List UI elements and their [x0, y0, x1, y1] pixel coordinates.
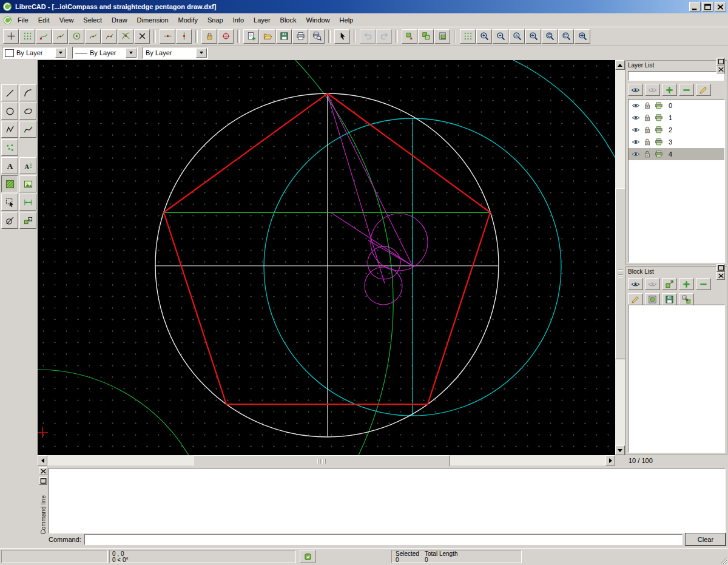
- layer-print-toggle[interactable]: [654, 125, 664, 135]
- layer-visibility-toggle[interactable]: [631, 101, 641, 110]
- maximize-button[interactable]: [702, 2, 713, 12]
- block-tool[interactable]: [19, 212, 36, 229]
- layer-print-toggle[interactable]: [654, 149, 664, 159]
- show-all-blocks-button[interactable]: [628, 278, 643, 290]
- menu-modify[interactable]: Modify: [174, 15, 203, 26]
- horizontal-scroll-thumb[interactable]: [193, 455, 450, 467]
- layer-row-4[interactable]: 4: [629, 148, 724, 160]
- menu-select[interactable]: Select: [78, 15, 107, 26]
- print-button[interactable]: [292, 29, 308, 44]
- save-block-button[interactable]: [662, 293, 677, 305]
- close-layer-panel-button[interactable]: [716, 66, 725, 73]
- new-file-button[interactable]: [243, 29, 259, 44]
- close-command-panel-button[interactable]: [39, 467, 47, 475]
- ellipse-tool[interactable]: [19, 103, 36, 120]
- zoom-redraw-button[interactable]: [542, 29, 558, 44]
- restrict-horizontal-button[interactable]: [160, 29, 175, 44]
- lock-relative-zero-button[interactable]: [201, 29, 217, 44]
- hide-all-blocks-button[interactable]: [645, 278, 660, 290]
- zoom-pan-button[interactable]: [575, 29, 590, 44]
- layer-print-toggle[interactable]: [654, 101, 664, 110]
- zoom-window-button[interactable]: [558, 29, 574, 44]
- mtext-tool[interactable]: A: [19, 157, 36, 174]
- undo-button[interactable]: [360, 29, 376, 44]
- command-history[interactable]: [49, 468, 726, 533]
- rename-block-button[interactable]: [628, 293, 643, 305]
- set-relative-zero-button[interactable]: [218, 29, 234, 44]
- text-tool[interactable]: A: [1, 157, 18, 174]
- layer-lock-toggle[interactable]: [642, 137, 652, 147]
- menu-file[interactable]: File: [13, 15, 33, 26]
- snap-free-button[interactable]: [3, 29, 19, 44]
- modify-tool[interactable]: [1, 212, 18, 229]
- window-resize-grip[interactable]: [719, 556, 727, 564]
- layer-visibility-toggle[interactable]: [631, 113, 641, 123]
- print-preview-button[interactable]: [309, 29, 325, 44]
- snap-endpoint-button[interactable]: [36, 29, 52, 44]
- combo-dropdown-icon[interactable]: [55, 48, 66, 58]
- minimize-button[interactable]: [689, 2, 701, 12]
- pen-width-combo[interactable]: By Layer: [72, 47, 138, 59]
- scroll-left-button[interactable]: [38, 455, 47, 465]
- point-tool[interactable]: [1, 139, 18, 156]
- layer-row-1[interactable]: 1: [629, 112, 724, 124]
- grid-toggle-button[interactable]: [460, 29, 476, 44]
- snap-clear-button[interactable]: [134, 29, 150, 44]
- scroll-down-button[interactable]: [615, 445, 625, 455]
- snap-on-entity-button[interactable]: [52, 29, 68, 44]
- paste-button[interactable]: [434, 29, 450, 44]
- pen-linetype-combo[interactable]: By Layer: [143, 47, 208, 59]
- layer-lock-toggle[interactable]: [642, 101, 652, 110]
- dimension-tool[interactable]: [19, 194, 36, 211]
- selection-pointer-button[interactable]: [334, 29, 350, 44]
- menu-info[interactable]: Info: [228, 15, 249, 26]
- hatch-tool[interactable]: [1, 175, 18, 192]
- menu-draw[interactable]: Draw: [107, 15, 132, 26]
- restrict-vertical-button[interactable]: [176, 29, 192, 44]
- modify-layer-button[interactable]: [696, 84, 711, 96]
- menu-view[interactable]: View: [55, 15, 79, 26]
- layer-filter-input[interactable]: [628, 71, 724, 81]
- layer-lock-toggle[interactable]: [642, 113, 652, 123]
- show-all-layers-button[interactable]: [628, 84, 643, 96]
- status-green-button[interactable]: [300, 550, 315, 563]
- cut-button[interactable]: [402, 29, 417, 44]
- drawing-canvas[interactable]: [38, 60, 615, 455]
- scroll-right-button[interactable]: [605, 455, 615, 465]
- layer-lock-toggle[interactable]: [642, 149, 652, 159]
- add-layer-button[interactable]: [662, 84, 677, 96]
- layer-visibility-toggle[interactable]: [631, 137, 641, 147]
- image-tool[interactable]: [19, 175, 36, 192]
- save-file-button[interactable]: [276, 29, 292, 44]
- snap-intersection-button[interactable]: [118, 29, 133, 44]
- scroll-up-button[interactable]: [615, 60, 625, 70]
- canvas-vertical-scrollbar[interactable]: [615, 60, 625, 455]
- menu-layer[interactable]: Layer: [249, 15, 275, 26]
- insert-block-button[interactable]: [679, 293, 694, 305]
- combo-dropdown-icon[interactable]: [196, 48, 207, 58]
- layer-print-toggle[interactable]: [654, 113, 664, 123]
- edit-block-button[interactable]: [645, 293, 660, 305]
- menu-edit[interactable]: Edit: [33, 15, 55, 26]
- layer-visibility-toggle[interactable]: [631, 125, 641, 135]
- select-tool[interactable]: [1, 194, 18, 211]
- zoom-auto-button[interactable]: A: [509, 29, 525, 44]
- redo-button[interactable]: [376, 29, 392, 44]
- pen-color-combo[interactable]: By Layer: [2, 47, 67, 59]
- canvas-horizontal-scrollbar[interactable]: [38, 455, 615, 465]
- close-block-panel-button[interactable]: [716, 272, 725, 280]
- circle-tool[interactable]: [1, 103, 18, 120]
- arc-tool[interactable]: [19, 84, 36, 101]
- line-tool[interactable]: [1, 84, 18, 101]
- add-block-button[interactable]: [679, 278, 694, 290]
- copy-button[interactable]: [418, 29, 434, 44]
- snap-distance-button[interactable]: [101, 29, 117, 44]
- menu-snap[interactable]: Snap: [203, 15, 228, 26]
- clear-command-button[interactable]: Clear: [686, 533, 726, 546]
- layer-print-toggle[interactable]: [654, 137, 664, 147]
- snap-middle-button[interactable]: [85, 29, 101, 44]
- remove-block-button[interactable]: [696, 278, 711, 290]
- layer-row-0[interactable]: 0: [629, 100, 724, 112]
- menu-dimension[interactable]: Dimension: [132, 15, 174, 26]
- menu-block[interactable]: Block: [275, 15, 302, 26]
